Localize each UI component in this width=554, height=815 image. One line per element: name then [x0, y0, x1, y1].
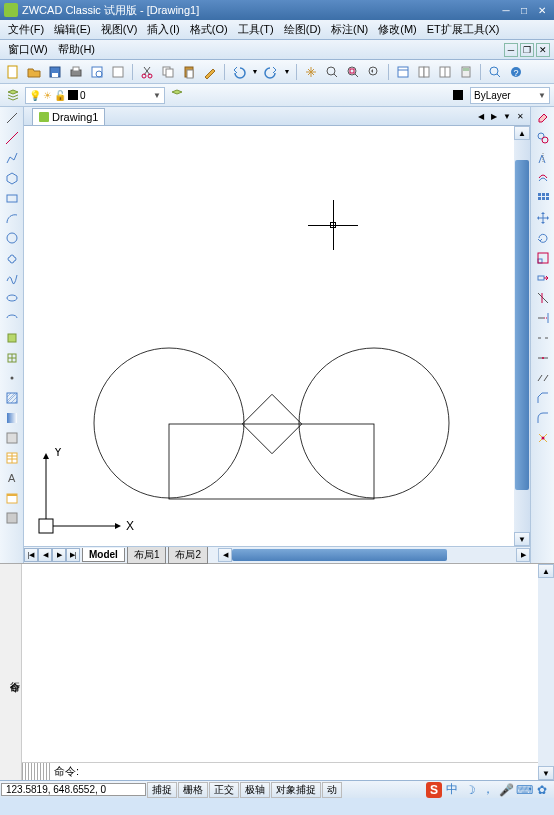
polygon-icon[interactable]	[3, 169, 21, 187]
region-icon[interactable]	[3, 429, 21, 447]
dyn-toggle[interactable]: 动	[322, 782, 342, 798]
cut-icon[interactable]	[138, 63, 156, 81]
tab-first[interactable]: |◀	[24, 548, 38, 562]
scroll-up[interactable]: ▲	[514, 126, 530, 140]
hscroll-left[interactable]: ◀	[218, 548, 232, 562]
move-icon[interactable]	[534, 209, 552, 227]
layer-dropdown[interactable]: 💡 ☀ 🔓 0 ▼	[25, 87, 165, 104]
copy-icon[interactable]	[159, 63, 177, 81]
pan-icon[interactable]	[302, 63, 320, 81]
arc-icon[interactable]	[3, 209, 21, 227]
tab-next[interactable]: ▶	[488, 110, 500, 122]
command-input[interactable]	[83, 766, 538, 778]
command-handle[interactable]	[22, 763, 50, 780]
coordinates[interactable]: 123.5819, 648.6552, 0	[1, 783, 146, 796]
tab-close[interactable]: ✕	[514, 110, 526, 122]
calculator-icon[interactable]	[457, 63, 475, 81]
layout1-tab[interactable]: 布局1	[127, 547, 167, 564]
undo-icon[interactable]	[230, 63, 248, 81]
mirror-icon[interactable]	[534, 149, 552, 167]
ellipse-arc-icon[interactable]	[3, 309, 21, 327]
table-icon[interactable]	[3, 449, 21, 467]
paste-icon[interactable]	[180, 63, 198, 81]
wipeout-icon[interactable]	[3, 509, 21, 527]
menu-et[interactable]: ET扩展工具(X)	[423, 20, 504, 39]
circle-icon[interactable]	[3, 229, 21, 247]
spline-icon[interactable]	[3, 269, 21, 287]
break-icon[interactable]	[534, 329, 552, 347]
undo-dropdown[interactable]: ▼	[251, 63, 259, 81]
menu-modify[interactable]: 修改(M)	[374, 20, 421, 39]
zoom-prev-icon[interactable]	[365, 63, 383, 81]
new-icon[interactable]	[4, 63, 22, 81]
layer-manager-icon[interactable]	[4, 86, 22, 104]
hatch-icon[interactable]	[3, 389, 21, 407]
drawing-tab[interactable]: Drawing1	[32, 108, 105, 125]
xline-icon[interactable]	[3, 129, 21, 147]
matchprop-icon[interactable]	[201, 63, 219, 81]
ellipse-icon[interactable]	[3, 289, 21, 307]
hscroll-thumb[interactable]	[232, 549, 447, 561]
zoom-window-icon[interactable]	[344, 63, 362, 81]
line-icon[interactable]	[3, 109, 21, 127]
osnap-toggle[interactable]: 对象捕捉	[271, 782, 321, 798]
calendar-icon[interactable]	[3, 489, 21, 507]
polar-toggle[interactable]: 极轴	[240, 782, 270, 798]
revcloud-icon[interactable]	[3, 249, 21, 267]
menu-annotate[interactable]: 标注(N)	[327, 20, 372, 39]
help-icon[interactable]: ?	[507, 63, 525, 81]
redo-icon[interactable]	[262, 63, 280, 81]
menu-window[interactable]: 窗口(W)	[4, 40, 52, 59]
scroll-down[interactable]: ▼	[514, 532, 530, 546]
model-tab[interactable]: Model	[82, 548, 125, 562]
ortho-toggle[interactable]: 正交	[209, 782, 239, 798]
designcenter-icon[interactable]	[415, 63, 433, 81]
zoom-extents-icon[interactable]	[486, 63, 504, 81]
color-btn[interactable]	[449, 86, 467, 104]
redo-dropdown[interactable]: ▼	[283, 63, 291, 81]
layerprev-icon[interactable]	[168, 86, 186, 104]
ime-s-icon[interactable]: S	[426, 782, 442, 798]
menu-insert[interactable]: 插入(I)	[143, 20, 183, 39]
insert-block-icon[interactable]	[3, 329, 21, 347]
save-icon[interactable]	[46, 63, 64, 81]
erase-icon[interactable]	[534, 109, 552, 127]
stretch-icon[interactable]	[534, 269, 552, 287]
menu-draw[interactable]: 绘图(D)	[280, 20, 325, 39]
pline-icon[interactable]	[3, 149, 21, 167]
tab-last[interactable]: ▶|	[66, 548, 80, 562]
mdi-restore[interactable]: ❐	[520, 43, 534, 57]
mic-icon[interactable]: 🎤	[498, 782, 514, 798]
close-button[interactable]: ✕	[534, 3, 550, 17]
tab-menu[interactable]: ▼	[501, 110, 513, 122]
mtext-icon[interactable]: A	[3, 469, 21, 487]
command-scrollbar[interactable]: ▲ ▼	[538, 564, 554, 780]
drawing-canvas[interactable]: Y X	[24, 126, 514, 546]
menu-format[interactable]: 格式(O)	[186, 20, 232, 39]
menu-help[interactable]: 帮助(H)	[54, 40, 99, 59]
command-history[interactable]	[22, 564, 538, 762]
offset-icon[interactable]	[534, 169, 552, 187]
rotate-icon[interactable]	[534, 229, 552, 247]
menu-edit[interactable]: 编辑(E)	[50, 20, 95, 39]
menu-file[interactable]: 文件(F)	[4, 20, 48, 39]
rectangle-icon[interactable]	[3, 189, 21, 207]
properties-icon[interactable]	[394, 63, 412, 81]
trim-icon[interactable]	[534, 289, 552, 307]
minimize-button[interactable]: ─	[498, 3, 514, 17]
make-block-icon[interactable]	[3, 349, 21, 367]
fillet-icon[interactable]	[534, 409, 552, 427]
publish-icon[interactable]	[109, 63, 127, 81]
join-icon[interactable]	[534, 369, 552, 387]
point-icon[interactable]	[3, 369, 21, 387]
ime-zh-icon[interactable]: 中	[444, 782, 460, 798]
keyboard-icon[interactable]: ⌨	[516, 782, 532, 798]
moon-icon[interactable]: ☽	[462, 782, 478, 798]
tab-left[interactable]: ◀	[38, 548, 52, 562]
bylayer-dropdown[interactable]: ByLayer ▼	[470, 87, 550, 104]
layout2-tab[interactable]: 布局2	[168, 547, 208, 564]
tab-prev[interactable]: ◀	[475, 110, 487, 122]
hscroll-right[interactable]: ▶	[516, 548, 530, 562]
gradient-icon[interactable]	[3, 409, 21, 427]
horizontal-scrollbar[interactable]: ◀ ▶	[218, 548, 530, 562]
